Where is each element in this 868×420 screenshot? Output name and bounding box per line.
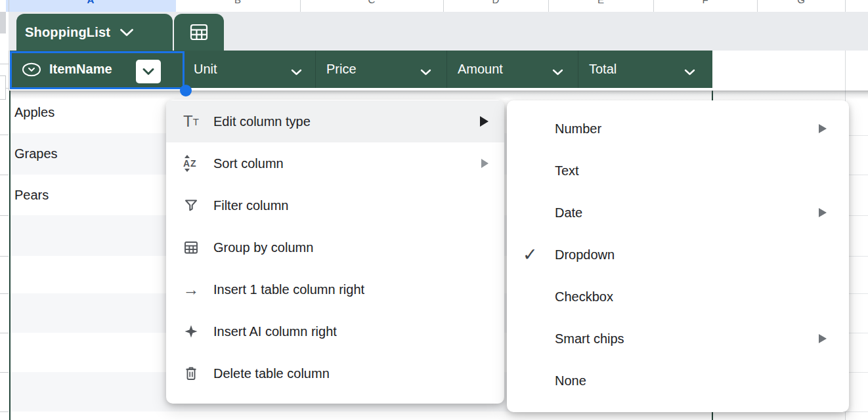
submenu-item-number[interactable]: Number	[507, 108, 849, 150]
menu-item-filter-column[interactable]: Filter column	[166, 184, 504, 226]
arrow-right-icon: →	[183, 281, 200, 298]
row-header-strip	[0, 12, 9, 420]
table-name: ShoppingList	[25, 25, 110, 40]
spreadsheet-canvas: A B C D E F G Apples Grapes Pears	[0, 0, 868, 420]
submenu-arrow-icon	[819, 124, 827, 133]
submenu-arrow-icon	[819, 208, 827, 217]
sheet-corner	[0, 12, 6, 33]
menu-item-insert-column-right[interactable]: → Insert 1 table column right	[166, 268, 504, 310]
table-view-tab[interactable]	[174, 14, 224, 51]
chevron-down-icon	[420, 69, 431, 75]
submenu-item-date[interactable]: Date	[507, 192, 849, 234]
chevron-down-icon	[684, 69, 695, 75]
table-icon	[183, 239, 200, 256]
table-left-border	[9, 91, 11, 420]
row-1-header-edge	[0, 75, 6, 100]
column-header-price: Price	[326, 51, 357, 88]
submenu-arrow-icon	[819, 334, 827, 343]
sort-az-icon: AZ	[183, 155, 200, 172]
filter-icon	[183, 197, 200, 214]
column-dropdown-button[interactable]	[684, 66, 695, 78]
checkmark-icon: ✓	[523, 244, 546, 265]
column-dropdown-button[interactable]	[291, 66, 302, 78]
column-letter[interactable]: D	[492, 0, 500, 5]
selected-column-outline	[10, 51, 184, 89]
column-letter[interactable]: F	[702, 0, 708, 5]
submenu-arrow-icon	[480, 116, 488, 127]
chevron-down-icon	[552, 69, 563, 75]
column-context-menu: TT Edit column type AZ Sort column Filte…	[166, 100, 504, 404]
chevron-down-icon	[291, 69, 302, 75]
submenu-item-dropdown-checked[interactable]: ✓ Dropdown	[507, 234, 849, 276]
column-letter[interactable]: A	[87, 0, 95, 5]
column-dropdown-button[interactable]	[552, 66, 563, 78]
submenu-item-smart-chips[interactable]: Smart chips	[507, 318, 849, 360]
menu-item-edit-column-type[interactable]: TT Edit column type	[166, 100, 504, 142]
column-header-amount: Amount	[458, 51, 503, 88]
menu-item-delete-table-column[interactable]: Delete table column	[166, 352, 504, 394]
trash-icon	[183, 365, 200, 382]
column-type-submenu: Number Text Date ✓ Dropdown Checkbox Sma…	[507, 100, 849, 412]
cell-itemname-2[interactable]: Grapes	[14, 133, 58, 175]
column-letter[interactable]: B	[234, 0, 241, 5]
cell-itemname-3[interactable]: Pears	[14, 175, 49, 215]
chevron-down-icon[interactable]	[119, 28, 134, 37]
table-tabs: ShoppingList	[16, 14, 224, 51]
table-row[interactable]	[11, 411, 711, 420]
submenu-arrow-icon	[481, 159, 488, 168]
column-letter[interactable]: C	[368, 0, 376, 5]
frozen-header-shadow	[9, 91, 868, 99]
submenu-item-none[interactable]: None	[507, 360, 849, 402]
submenu-item-text[interactable]: Text	[507, 150, 849, 192]
sparkle-icon	[183, 323, 200, 340]
column-dropdown-button[interactable]	[420, 66, 431, 78]
submenu-item-checkbox[interactable]: Checkbox	[507, 276, 849, 318]
menu-item-sort-column[interactable]: AZ Sort column	[166, 142, 504, 184]
column-header-unit: Unit	[194, 51, 217, 88]
text-format-icon: TT	[183, 113, 200, 130]
column-letter[interactable]: E	[597, 0, 604, 5]
column-header-total: Total	[589, 51, 617, 88]
table-name-tab[interactable]: ShoppingList	[16, 14, 173, 51]
selection-handle[interactable]	[180, 85, 192, 96]
table-grid-icon	[189, 22, 209, 42]
menu-item-insert-ai-column-right[interactable]: Insert AI column right	[166, 310, 504, 352]
column-letter[interactable]: G	[797, 0, 805, 5]
column-letters-row: A B C D E F G	[0, 0, 868, 12]
menu-item-group-by-column[interactable]: Group by column	[166, 226, 504, 268]
